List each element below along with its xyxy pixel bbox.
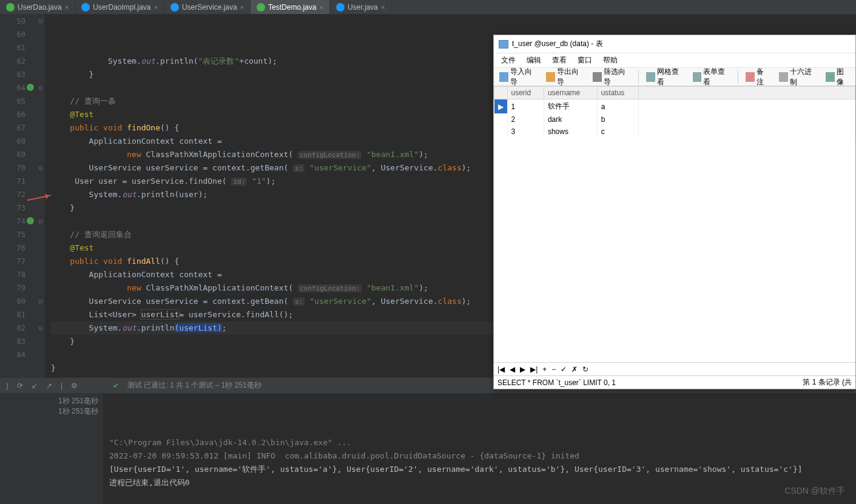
form-view-button[interactable]: 表单查看 <box>690 66 734 89</box>
close-icon[interactable]: × <box>240 4 244 11</box>
hex-button[interactable]: 十六进制 <box>776 66 820 89</box>
test-duration: 1秒 251毫秒 <box>5 406 98 417</box>
table-icon <box>499 40 508 49</box>
close-icon[interactable]: × <box>381 4 385 11</box>
table-row[interactable]: ▶1软件手a <box>494 99 855 114</box>
col-username[interactable]: username <box>544 87 597 99</box>
nav-button[interactable]: ▶| <box>530 365 538 374</box>
nav-button[interactable]: ✗ <box>571 365 578 374</box>
col-spacer <box>639 87 855 99</box>
export-icon <box>546 72 555 82</box>
nav-button[interactable]: ▶ <box>520 365 525 374</box>
db-sql-text: SELECT * FROM `t_user` LIMIT 0, 1 <box>497 378 616 387</box>
nav-button[interactable]: |◀ <box>497 365 505 374</box>
java-icon <box>257 3 265 12</box>
import-icon <box>499 72 508 82</box>
tab-userdao[interactable]: UserDao.java × <box>0 0 75 14</box>
table-row[interactable]: 3showsc <box>494 126 855 138</box>
table-row[interactable]: 2darkb <box>494 113 855 126</box>
db-client-window[interactable]: t_user @user_db (data) - 表 文件 编辑 查看 窗口 帮… <box>493 35 856 389</box>
separator <box>638 70 639 84</box>
filter-wizard-button[interactable]: 筛选向导 <box>590 66 634 89</box>
menu-edit[interactable]: 编辑 <box>527 55 541 66</box>
image-icon <box>826 72 835 82</box>
notes-icon <box>746 72 755 82</box>
db-record-status: 第 1 条记录 (共 <box>803 377 852 388</box>
java-icon <box>170 3 179 12</box>
db-window-title-bar[interactable]: t_user @user_db (data) - 表 <box>494 35 855 53</box>
db-toolbar: 导入向导 导出向导 筛选向导 网格查看 表单查看 备注 十六进制 图像 <box>494 68 855 86</box>
toolbar-icon[interactable]: ) <box>6 381 8 390</box>
nav-button[interactable]: ✓ <box>561 365 567 374</box>
tab-label: UserDao.java <box>18 3 62 12</box>
menu-view[interactable]: 查看 <box>552 55 567 66</box>
watermark: CSDN @软件手 <box>784 486 845 497</box>
console-output[interactable]: "C:\Program Files\Java\jdk-14.0.2\bin\ja… <box>103 394 856 504</box>
rerun-icon[interactable]: ⟳ <box>17 381 23 390</box>
db-status-bar: SELECT * FROM `t_user` LIMIT 0, 1 第 1 条记… <box>494 375 855 389</box>
form-icon <box>693 72 702 82</box>
tab-label: UserDaoImpl.java <box>93 3 150 12</box>
tab-label: User.java <box>348 3 378 12</box>
hex-icon <box>779 72 788 82</box>
db-window-title: t_user @user_db (data) - 表 <box>512 39 603 49</box>
close-icon[interactable]: × <box>154 4 158 11</box>
col-userid[interactable]: userid <box>507 87 544 99</box>
row-pointer-header <box>494 87 508 99</box>
menu-file[interactable]: 文件 <box>501 55 516 66</box>
grid-icon <box>646 72 655 82</box>
java-icon <box>336 3 345 12</box>
java-icon <box>6 3 15 12</box>
export-wizard-button[interactable]: 导出向导 <box>543 66 587 89</box>
db-record-nav: |◀◀▶▶|+−✓✗↻ <box>494 362 855 375</box>
db-data-grid[interactable]: userid username ustatus ▶1软件手a2darkb3sho… <box>494 86 855 362</box>
run-console: 1秒 251毫秒 1秒 251毫秒 "C:\Program Files\Java… <box>0 393 856 504</box>
tab-userdaoimpl[interactable]: UserDaoImpl.java × <box>75 0 164 14</box>
tab-label: TestDemo.java <box>268 3 316 12</box>
menu-window[interactable]: 窗口 <box>578 55 592 66</box>
menu-help[interactable]: 帮助 <box>603 55 618 66</box>
nav-button[interactable]: ↻ <box>582 365 588 374</box>
nav-button[interactable]: − <box>551 365 556 374</box>
filter-icon <box>593 72 602 82</box>
toolbar-icon[interactable]: ↙ <box>32 381 38 390</box>
col-ustatus[interactable]: ustatus <box>597 87 638 99</box>
separator <box>738 70 738 84</box>
nav-button[interactable]: + <box>542 365 547 374</box>
close-icon[interactable]: × <box>319 4 323 11</box>
tab-testdemo[interactable]: TestDemo.java × <box>251 0 330 14</box>
import-wizard-button[interactable]: 导入向导 <box>496 66 541 89</box>
notes-button[interactable]: 备注 <box>743 66 773 89</box>
grid-view-button[interactable]: 网格查看 <box>643 66 687 89</box>
nav-button[interactable]: ◀ <box>510 365 515 374</box>
editor-tabs: UserDao.java × UserDaoImpl.java × UserSe… <box>0 0 856 15</box>
line-gutter: 5960616263646566676869707172737475767778… <box>0 15 36 377</box>
java-icon <box>81 3 90 12</box>
tab-label: UserService.java <box>182 3 237 12</box>
close-icon[interactable]: × <box>65 4 69 11</box>
tab-userservice[interactable]: UserService.java × <box>164 0 251 14</box>
console-tree[interactable]: 1秒 251毫秒 1秒 251毫秒 <box>0 394 103 504</box>
image-button[interactable]: 图像 <box>823 66 853 89</box>
tab-user[interactable]: User.java × <box>330 0 391 14</box>
